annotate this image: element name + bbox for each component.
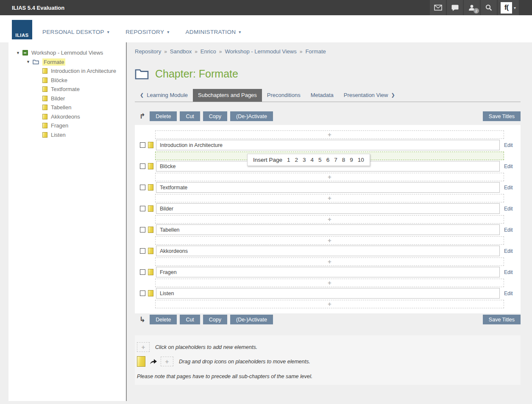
row-checkbox[interactable] bbox=[140, 185, 145, 190]
tree-node-page[interactable]: Introduction in Architecture bbox=[42, 66, 126, 76]
tree-node-label-highlighted[interactable]: Formate bbox=[42, 58, 65, 66]
action-button[interactable]: (De-)Activate bbox=[230, 315, 273, 324]
insert-page-number[interactable]: 9 bbox=[350, 157, 353, 163]
tree-node-chapter[interactable]: ▼ Formate bbox=[26, 58, 126, 67]
tree-node-learning-module[interactable]: ▼ Workshop - Lernmodul Views bbox=[16, 48, 126, 58]
page-title-input[interactable] bbox=[156, 267, 500, 277]
row-checkbox[interactable] bbox=[140, 227, 145, 232]
tree-node-label[interactable]: Tabellen bbox=[51, 104, 71, 111]
insert-placeholder[interactable]: + bbox=[155, 300, 504, 308]
page-title-input[interactable] bbox=[156, 203, 500, 214]
row-checkbox[interactable] bbox=[140, 248, 145, 254]
tab-presentation-view[interactable]: Presentation View❯ bbox=[339, 89, 400, 102]
page-title-input[interactable] bbox=[156, 140, 500, 150]
tree-node-page[interactable]: Tabellen bbox=[42, 103, 126, 112]
insert-page-number[interactable]: 1 bbox=[287, 157, 290, 163]
action-button[interactable]: Copy bbox=[203, 111, 227, 121]
insert-page-number[interactable]: 8 bbox=[342, 157, 345, 163]
save-titles-button[interactable]: Save Titles bbox=[483, 315, 521, 324]
tree-node-label[interactable]: Workshop - Lernmodul Views bbox=[31, 50, 103, 56]
ilias-logo[interactable]: ILIAS bbox=[12, 20, 32, 39]
tree-node-label[interactable]: Bilder bbox=[51, 95, 65, 102]
tree-node-label[interactable]: Textformate bbox=[51, 86, 80, 92]
tree-expand-icon[interactable]: ▼ bbox=[16, 51, 22, 55]
insert-page-number[interactable]: 10 bbox=[358, 157, 364, 163]
insert-placeholder[interactable]: + bbox=[155, 257, 504, 266]
page-title-input[interactable] bbox=[156, 182, 500, 193]
row-checkbox[interactable] bbox=[140, 142, 145, 148]
page-icon[interactable] bbox=[148, 290, 153, 296]
action-button[interactable]: Copy bbox=[203, 315, 227, 324]
page-icon[interactable] bbox=[148, 205, 153, 212]
insert-placeholder[interactable]: + bbox=[155, 279, 504, 287]
row-checkbox[interactable] bbox=[140, 206, 145, 211]
breadcrumb-link[interactable]: Sandbox bbox=[170, 48, 192, 55]
breadcrumb-link[interactable]: Formate bbox=[305, 48, 326, 55]
save-titles-button[interactable]: Save Titles bbox=[483, 111, 521, 121]
tree-node-page[interactable]: Bilder bbox=[42, 94, 126, 103]
tree-expand-icon[interactable]: ▼ bbox=[26, 60, 33, 64]
edit-link[interactable]: Edit bbox=[504, 185, 515, 191]
page-icon[interactable] bbox=[148, 184, 153, 191]
insert-placeholder[interactable]: + bbox=[155, 130, 504, 139]
row-checkbox[interactable] bbox=[140, 163, 145, 169]
tree-node-label[interactable]: Akkordeons bbox=[51, 113, 80, 120]
page-icon[interactable] bbox=[148, 142, 153, 148]
insert-placeholder[interactable]: + bbox=[155, 173, 504, 181]
menu-item[interactable]: REPOSITORY▾ bbox=[125, 29, 169, 35]
tree-node-label[interactable]: Blöcke bbox=[51, 77, 67, 83]
action-button[interactable]: Delete bbox=[150, 315, 177, 324]
menu-item[interactable]: PERSONAL DESKTOP▾ bbox=[42, 29, 109, 35]
action-button[interactable]: Cut bbox=[180, 111, 200, 121]
tree-node-page[interactable]: Fragen bbox=[42, 121, 126, 130]
insert-page-number[interactable]: 5 bbox=[318, 157, 322, 163]
tree-node-page[interactable]: Blöcke bbox=[42, 76, 126, 85]
action-button[interactable]: Cut bbox=[180, 315, 200, 324]
page-icon[interactable] bbox=[148, 163, 153, 169]
breadcrumb-link[interactable]: Enrico bbox=[201, 48, 216, 55]
edit-link[interactable]: Edit bbox=[504, 291, 515, 296]
row-checkbox[interactable] bbox=[140, 291, 145, 296]
who-is-online-button[interactable]: 2 bbox=[464, 0, 480, 15]
breadcrumb-link[interactable]: Workshop - Lernmodul Views bbox=[225, 48, 296, 55]
tree-node-label[interactable]: Listen bbox=[51, 132, 66, 138]
insert-page-number[interactable]: 4 bbox=[311, 157, 314, 163]
page-title-input[interactable] bbox=[156, 246, 500, 256]
tree-node-page[interactable]: Listen bbox=[42, 130, 126, 140]
mail-button[interactable] bbox=[430, 0, 446, 15]
menu-item[interactable]: ADMINISTRATION▾ bbox=[186, 29, 241, 35]
page-icon[interactable] bbox=[148, 227, 153, 233]
action-button[interactable]: (De-)Activate bbox=[230, 111, 273, 121]
tree-node-page[interactable]: Textformate bbox=[42, 85, 126, 94]
insert-page-number[interactable]: 7 bbox=[334, 157, 337, 163]
user-menu-button[interactable]: f( ▾ bbox=[498, 0, 519, 15]
edit-link[interactable]: Edit bbox=[504, 227, 515, 233]
insert-placeholder[interactable]: + bbox=[155, 194, 504, 202]
insert-page-number[interactable]: 6 bbox=[326, 157, 330, 163]
edit-link[interactable]: Edit bbox=[504, 142, 515, 148]
chat-button[interactable] bbox=[447, 0, 463, 15]
page-title-input[interactable] bbox=[156, 224, 500, 235]
tree-node-label[interactable]: Introduction in Architecture bbox=[51, 68, 116, 74]
breadcrumb-link[interactable]: Repository bbox=[135, 48, 161, 55]
edit-link[interactable]: Edit bbox=[504, 248, 515, 254]
search-button[interactable] bbox=[481, 0, 497, 15]
tab-preconditions[interactable]: Preconditions bbox=[262, 89, 306, 102]
tab-metadata[interactable]: Metadata bbox=[306, 89, 339, 102]
insert-page-number[interactable]: 2 bbox=[295, 157, 298, 163]
insert-placeholder[interactable]: + bbox=[155, 236, 504, 245]
insert-placeholder[interactable]: + bbox=[155, 215, 504, 224]
page-icon[interactable] bbox=[148, 248, 153, 254]
insert-placeholder-active[interactable]: +Insert Page12345678910 bbox=[155, 152, 504, 160]
row-checkbox[interactable] bbox=[140, 269, 145, 275]
edit-link[interactable]: Edit bbox=[504, 269, 515, 275]
tab-learning-module[interactable]: ❮Learning Module bbox=[135, 89, 193, 102]
tree-node-label[interactable]: Fragen bbox=[51, 122, 68, 129]
edit-link[interactable]: Edit bbox=[504, 163, 515, 169]
action-button[interactable]: Delete bbox=[150, 111, 177, 121]
page-title-input[interactable] bbox=[156, 288, 500, 299]
edit-link[interactable]: Edit bbox=[504, 206, 515, 212]
tab-subchapters-and-pages[interactable]: Subchapters and Pages bbox=[193, 89, 262, 102]
page-icon[interactable] bbox=[148, 269, 153, 275]
tree-node-page[interactable]: Akkordeons bbox=[42, 112, 126, 122]
